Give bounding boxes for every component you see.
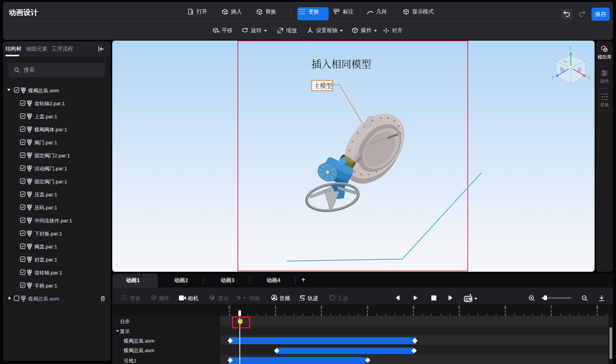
svg-text:Z: Z xyxy=(551,75,554,81)
svg-text:插入相同模型: 插入相同模型 xyxy=(311,59,371,70)
svg-text:5: 5 xyxy=(458,305,460,310)
svg-text:1: 1 xyxy=(274,305,277,310)
svg-text:7: 7 xyxy=(550,305,552,310)
svg-text:0: 0 xyxy=(228,305,231,310)
svg-text:正常: 正常 xyxy=(465,297,472,301)
svg-text:4: 4 xyxy=(412,305,414,310)
svg-text:3: 3 xyxy=(366,305,369,310)
svg-text:6: 6 xyxy=(504,305,506,310)
svg-text:Y: Y xyxy=(569,46,572,51)
svg-text:2: 2 xyxy=(320,305,323,310)
svg-text:X: X xyxy=(587,75,590,81)
svg-text:8: 8 xyxy=(596,305,598,310)
svg-text:主模型: 主模型 xyxy=(314,82,332,89)
